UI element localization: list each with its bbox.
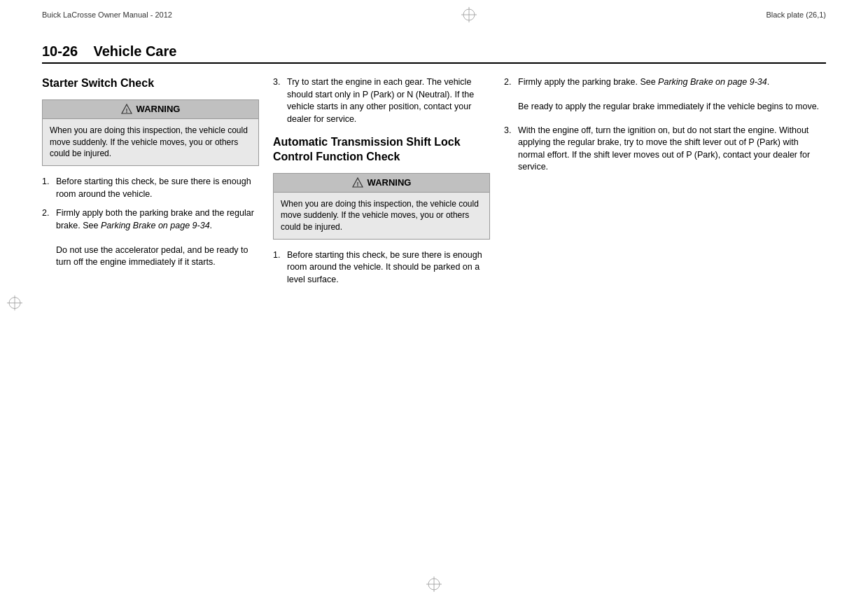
left-numbered-list: 1. Before starting this check, be sure t… — [42, 176, 259, 269]
left-warning-icon: ! — [121, 104, 132, 115]
middle-warning-box: ! WARNING When you are doing this inspec… — [273, 173, 490, 240]
middle-warning-label: WARNING — [368, 177, 412, 188]
footer-crosshair — [426, 576, 442, 594]
content-columns: Starter Switch Check ! WARNING When you … — [42, 76, 826, 293]
left-warning-box: ! WARNING When you are doing this inspec… — [42, 99, 259, 166]
header-right: Black plate (26,1) — [766, 11, 826, 19]
left-item-2: 2. Firmly apply both the parking brake a… — [42, 207, 259, 269]
svg-text:!: ! — [356, 180, 358, 187]
middle-item-3: 3. Try to start the engine in each gear.… — [273, 76, 490, 125]
left-parking-brake-link: Parking Brake on page 9-34 — [101, 221, 210, 230]
left-warning-label: WARNING — [136, 104, 181, 114]
right-numbered-list: 2. Firmly apply the parking brake. See P… — [504, 76, 826, 174]
header-left: Buick LaCrosse Owner Manual - 2012 — [42, 11, 172, 19]
middle-item3-list: 3. Try to start the engine in each gear.… — [273, 76, 490, 125]
middle-item1-list: 1. Before starting this check, be sure t… — [273, 249, 490, 286]
left-warning-body: When you are doing this inspection, the … — [43, 119, 258, 165]
left-column: Starter Switch Check ! WARNING When you … — [42, 76, 259, 293]
header-center — [461, 7, 477, 22]
left-column-title: Starter Switch Check — [42, 76, 259, 91]
right-parking-brake-link: Parking Brake on page 9-34 — [658, 77, 767, 87]
left-item-1: 1. Before starting this check, be sure t… — [42, 176, 259, 200]
right-item-3: 3. With the engine off, turn the ignitio… — [504, 125, 826, 174]
middle-column-title: Automatic Transmission Shift Lock Contro… — [273, 135, 490, 165]
page-container: Buick LaCrosse Owner Manual - 2012 Black… — [0, 0, 868, 608]
middle-warning-body: When you are doing this inspection, the … — [274, 193, 489, 239]
right-column: 2. Firmly apply the parking brake. See P… — [504, 76, 826, 293]
left-warning-header: ! WARNING — [43, 100, 258, 119]
middle-warning-icon: ! — [352, 177, 363, 188]
header-bar: Buick LaCrosse Owner Manual - 2012 Black… — [42, 0, 826, 29]
middle-item-1: 1. Before starting this check, be sure t… — [273, 249, 490, 286]
middle-column: 3. Try to start the engine in each gear.… — [273, 76, 490, 293]
section-heading: 10-26 Vehicle Care — [42, 43, 826, 60]
section-heading-bar: 10-26 Vehicle Care — [42, 43, 826, 64]
right-item-2: 2. Firmly apply the parking brake. See P… — [504, 76, 826, 113]
left-margin-crosshair — [7, 296, 22, 313]
middle-warning-header: ! WARNING — [274, 174, 489, 193]
svg-text:!: ! — [125, 106, 127, 113]
header-crosshair-icon — [461, 7, 477, 22]
